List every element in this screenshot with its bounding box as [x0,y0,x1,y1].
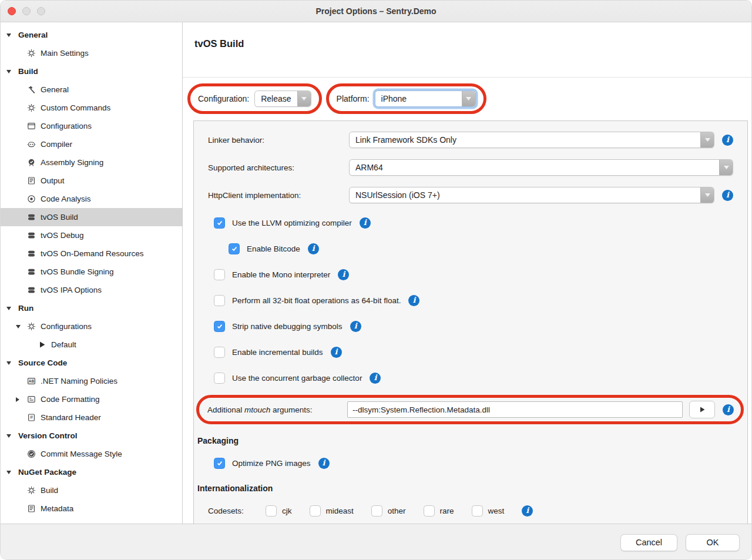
supported-architectures-label: Supported architectures: [208,163,349,172]
sidebar-item-label: Code Formatting [41,395,100,404]
codeset-label: cjk [282,507,292,515]
sidebar-item-label: Standard Header [41,413,101,422]
sidebar-item-general[interactable]: General [1,81,182,99]
checkbox-other[interactable] [371,505,382,517]
sidebar-item-standard-header[interactable]: #Standard Header [1,408,182,427]
info-icon[interactable] [331,347,342,358]
sidebar-item-label: Source Code [18,358,67,367]
circle-dot-icon [26,194,36,204]
window-title: Project Options – Sentry.Demo [1,6,751,16]
sidebar-item-configurations[interactable]: Configurations [1,317,182,336]
info-icon[interactable] [350,321,361,332]
sidebar-item-compiler[interactable]: Compiler [1,135,182,153]
hash-box-icon: # [26,413,36,422]
sidebar-section-nuget-package[interactable]: NuGet Package [1,463,182,481]
checkbox-west[interactable] [472,505,483,517]
sidebar-item-main-settings[interactable]: Main Settings [1,44,182,62]
checkbox-rare[interactable] [424,505,435,517]
disclosure-right-icon[interactable] [16,397,19,402]
sidebar-item-custom-commands[interactable]: Custom Commands [1,99,182,117]
checkbox-enable-the-mono-interpreter[interactable] [214,269,225,280]
check-circle-icon [26,449,36,459]
httpclient-implementation-select[interactable]: NSUrlSession (iOS 7+) [349,187,714,203]
info-icon[interactable] [338,269,349,280]
sidebar-item-assembly-signing[interactable]: Assembly Signing [1,153,182,172]
platform-select[interactable]: iPhone [375,90,476,107]
gear-icon [26,321,36,331]
info-icon[interactable] [408,295,419,306]
sidebar-item-build[interactable]: Build [1,481,182,499]
checkbox-perform-all-32-bit-float-operations-as-64-bit-float[interactable] [214,295,225,306]
info-icon[interactable] [723,404,734,415]
checkbox-enable-incremental-builds[interactable] [214,347,225,358]
disclosure-down-icon[interactable] [6,33,11,37]
info-icon[interactable] [722,135,733,146]
codesets-label: Codesets: [208,507,266,515]
play-icon [37,340,47,350]
mtouch-arguments-input[interactable] [347,401,683,418]
checkbox-optimize-png-images[interactable] [214,458,225,469]
checkbox-label: Enable incremental builds [232,348,323,357]
checkbox-enable-bitcode[interactable] [229,243,240,254]
sidebar-item-tvos-build[interactable]: tvOS Build [1,208,182,226]
disclosure-down-icon[interactable] [6,70,11,73]
sidebar-item-code-analysis[interactable]: Code Analysis [1,190,182,208]
linker-behavior-value: Link Framework SDKs Only [350,132,700,147]
layers-icon [26,267,36,277]
checkbox-use-the-llvm-optimizing-compiler[interactable] [214,217,225,229]
info-icon[interactable] [370,373,381,384]
sidebar-item-tvos-debug[interactable]: tvOS Debug [1,226,182,244]
sidebar-item-label: tvOS Build [41,213,78,222]
disclosure-down-icon[interactable] [6,434,11,438]
sidebar-section-version-control[interactable]: Version Control [1,427,182,445]
sidebar-item-code-formatting[interactable]: Code Formatting [1,390,182,408]
sidebar-item-net-naming-policies[interactable]: AB.NET Naming Policies [1,372,182,390]
cancel-button[interactable]: Cancel [620,534,677,551]
platform-value: iPhone [375,91,462,106]
sidebar-item-output[interactable]: Output [1,172,182,190]
codeset-label: other [388,507,406,515]
sidebar-item-metadata[interactable]: Metadata [1,499,182,518]
option-row-enable-bitcode: Enable Bitcode [229,240,733,257]
sidebar-item-tvos-ipa-options[interactable]: tvOS IPA Options [1,281,182,299]
sidebar-item-commit-message-style[interactable]: Commit Message Style [1,445,182,463]
httpclient-implementation-row: HttpClient implementation: NSUrlSession … [208,186,733,204]
sidebar-item-tvos-on-demand-resources[interactable]: tvOS On-Demand Resources [1,244,182,263]
info-icon[interactable] [318,458,330,469]
mtouch-arguments-expand-button[interactable] [689,401,715,418]
platform-annotation-circle: Platform: iPhone [326,83,486,114]
sidebar-section-source-code[interactable]: Source Code [1,354,182,372]
supported-architectures-select[interactable]: ARM64 [349,159,733,176]
project-options-window: Project Options – Sentry.Demo GeneralMai… [0,0,752,560]
linker-behavior-select[interactable]: Link Framework SDKs Only [349,132,714,148]
sidebar-item-default[interactable]: Default [1,336,182,354]
disclosure-down-icon[interactable] [16,325,21,328]
info-icon[interactable] [360,217,371,229]
sidebar-item-label: tvOS Debug [41,231,84,240]
sidebar-section-general[interactable]: General [1,26,182,44]
linker-behavior-label: Linker behavior: [208,136,349,145]
sidebar-item-tvos-bundle-signing[interactable]: tvOS Bundle Signing [1,263,182,281]
codeset-rare: rare [424,505,454,517]
sidebar-section-build[interactable]: Build [1,62,182,81]
close-button[interactable] [8,7,16,15]
sidebar-item-label: NuGet Package [18,468,76,477]
checkbox-use-the-concurrent-garbage-collector[interactable] [214,373,225,384]
disclosure-down-icon[interactable] [6,361,11,365]
checkbox-mideast[interactable] [310,505,321,517]
disclosure-down-icon[interactable] [6,471,11,474]
disclosure-down-icon[interactable] [6,307,11,310]
minimize-button[interactable] [22,7,31,15]
httpclient-implementation-value: NSUrlSession (iOS 7+) [350,187,700,203]
info-icon[interactable] [308,243,319,254]
ab-box-icon: AB [26,376,36,386]
maximize-button[interactable] [37,7,45,15]
checkbox-cjk[interactable] [266,505,277,517]
ok-button[interactable]: OK [686,534,740,551]
info-icon[interactable] [722,190,733,201]
checkbox-strip-native-debugging-symbols[interactable] [214,321,225,332]
sidebar-item-configurations[interactable]: Configurations [1,117,182,135]
info-icon[interactable] [522,505,533,517]
configuration-select[interactable]: Release [254,90,311,107]
sidebar-section-run[interactable]: Run [1,299,182,317]
